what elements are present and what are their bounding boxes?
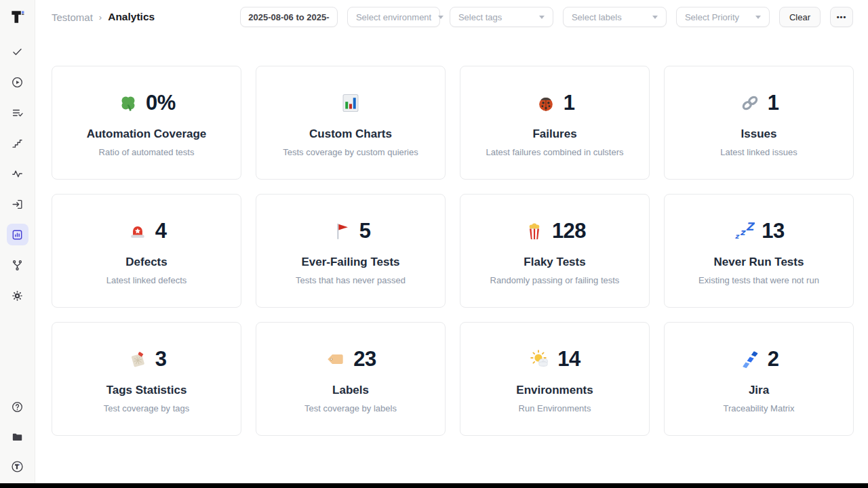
card-value: 23 <box>353 347 376 371</box>
card-title: Automation Coverage <box>87 127 207 141</box>
link-icon <box>739 92 761 114</box>
sidebar-nav <box>7 41 28 306</box>
sidebar-item-folder-icon[interactable] <box>7 426 28 447</box>
card-title: Tags Statistics <box>106 384 187 397</box>
more-options-button[interactable]: ••• <box>830 7 853 27</box>
card-issues[interactable]: 1 Issues Latest linked issues <box>664 66 854 180</box>
sun-behind-cloud-icon <box>529 348 551 370</box>
sidebar-item-checklist-icon[interactable] <box>7 102 28 123</box>
card-title: Ever-Failing Tests <box>301 256 399 269</box>
clear-filters-button[interactable]: Clear <box>779 7 821 27</box>
sidebar-item-steps-icon[interactable] <box>7 132 28 154</box>
header: Testomat › Analytics 2025-08-06 to 2025-… <box>35 0 868 34</box>
card-title: Issues <box>741 127 777 141</box>
popcorn-icon <box>524 220 545 242</box>
card-jira[interactable]: 2 Jira Traceability Matrix <box>664 322 854 436</box>
chevron-down-icon <box>652 16 658 19</box>
card-subtitle: Ratio of automated tests <box>99 147 195 157</box>
card-failures[interactable]: 1 Failures Latest failures combined in c… <box>460 66 650 180</box>
card-title: Environments <box>516 384 593 397</box>
breadcrumb-project-link[interactable]: Testomat <box>52 12 93 23</box>
environment-select-placeholder: Select environment <box>356 12 431 22</box>
card-value: 0% <box>146 91 176 115</box>
chevron-down-icon <box>438 16 443 19</box>
sidebar-footer <box>7 396 28 479</box>
card-subtitle: Latest failures combined in culsters <box>486 147 623 157</box>
card-subtitle: Latest linked defects <box>106 275 187 285</box>
sidebar-item-check-icon[interactable] <box>7 41 28 62</box>
tags-select-placeholder: Select tags <box>458 12 502 22</box>
labels-select[interactable]: Select labels <box>563 7 667 27</box>
card-automation-coverage[interactable]: 0% Automation Coverage Ratio of automate… <box>52 66 241 180</box>
card-title: Never Run Tests <box>714 256 804 269</box>
card-value: 5 <box>359 219 371 243</box>
testomat-logo-icon[interactable] <box>9 8 26 26</box>
card-subtitle: Existing tests that were not run <box>698 275 819 285</box>
card-subtitle: Test coverage by tags <box>104 403 189 413</box>
card-value: 14 <box>557 347 580 371</box>
card-labels[interactable]: 23 Labels Test coverage by labels <box>256 322 446 436</box>
card-subtitle: Test coverage by labels <box>304 403 397 413</box>
card-value: 128 <box>552 219 586 243</box>
card-subtitle: Tests coverage by custom quieries <box>283 147 418 157</box>
clover-icon <box>117 92 139 114</box>
priority-select-placeholder: Select Priority <box>685 12 739 22</box>
card-tags-statistics[interactable]: 3 Tags Statistics Test coverage by tags <box>52 322 241 436</box>
sidebar-item-settings-gear-icon[interactable] <box>7 285 28 306</box>
labels-select-placeholder: Select labels <box>572 12 622 22</box>
card-subtitle: Randomly passing or failing tests <box>490 275 620 285</box>
sidebar-item-help-icon[interactable] <box>7 396 28 418</box>
date-range-picker[interactable]: 2025-08-06 to 2025- <box>240 7 338 27</box>
card-never-run-tests[interactable]: zzZ 13 Never Run Tests Existing tests th… <box>664 194 854 308</box>
card-title: Labels <box>332 384 369 397</box>
red-flag-icon <box>331 220 353 242</box>
card-subtitle: Traceability Matrix <box>724 403 795 413</box>
tags-select[interactable]: Select tags <box>450 7 553 27</box>
breadcrumb-separator: › <box>99 12 102 22</box>
card-title: Custom Charts <box>309 127 392 141</box>
bottom-black-bar <box>0 483 868 488</box>
card-title: Failures <box>532 127 576 141</box>
sidebar-item-play-circle-icon[interactable] <box>7 71 28 93</box>
sidebar-item-pulse-icon[interactable] <box>7 163 28 184</box>
sidebar-item-analytics-chart-icon[interactable] <box>7 224 28 245</box>
breadcrumb: Testomat › Analytics <box>52 11 155 23</box>
page-title: Analytics <box>108 11 155 23</box>
environment-select[interactable]: Select environment <box>347 7 440 27</box>
card-title: Defects <box>125 256 167 269</box>
lady-beetle-icon <box>535 92 557 114</box>
sidebar-item-branch-icon[interactable] <box>7 254 28 276</box>
card-environments[interactable]: 14 Environments Run Environments <box>460 322 650 436</box>
card-value: 4 <box>155 219 167 243</box>
zzz-icon: zzZ <box>733 220 755 242</box>
priority-select[interactable]: Select Priority <box>676 7 770 27</box>
chevron-down-icon <box>755 16 761 19</box>
card-value: 1 <box>768 91 779 115</box>
analytics-cards-grid: 0% Automation Coverage Ratio of automate… <box>52 66 854 436</box>
card-title: Jira <box>749 384 769 397</box>
sidebar-item-testomat-logo-icon[interactable] <box>7 455 28 477</box>
card-subtitle: Tests that has never passed <box>296 275 406 285</box>
card-title: Flaky Tests <box>524 256 585 269</box>
card-defects[interactable]: 4 Defects Latest linked defects <box>52 194 241 308</box>
card-value: 3 <box>155 347 167 371</box>
card-subtitle: Run Environments <box>519 403 591 413</box>
card-flaky-tests[interactable]: 128 Flaky Tests Randomly passing or fail… <box>460 194 650 308</box>
label-icon <box>325 348 347 370</box>
header-controls: 2025-08-06 to 2025- Select environment S… <box>240 7 853 27</box>
card-value: 1 <box>564 91 575 115</box>
jira-logo-icon <box>739 348 761 370</box>
chevron-down-icon <box>539 16 545 19</box>
bar-chart-emoji-icon <box>340 92 361 114</box>
bookmark-tag-icon <box>127 348 149 370</box>
card-value: 2 <box>768 347 779 371</box>
card-subtitle: Latest linked issues <box>720 147 797 157</box>
card-custom-charts[interactable]: Custom Charts Tests coverage by custom q… <box>256 66 446 180</box>
sidebar <box>0 0 35 488</box>
card-ever-failing-tests[interactable]: 5 Ever-Failing Tests Tests that has neve… <box>256 194 446 308</box>
sidebar-item-import-icon[interactable] <box>7 193 28 215</box>
card-value: 13 <box>762 219 784 243</box>
svg-text:Z: Z <box>746 220 755 233</box>
svg-text:z: z <box>735 232 740 240</box>
police-light-icon <box>127 220 149 242</box>
